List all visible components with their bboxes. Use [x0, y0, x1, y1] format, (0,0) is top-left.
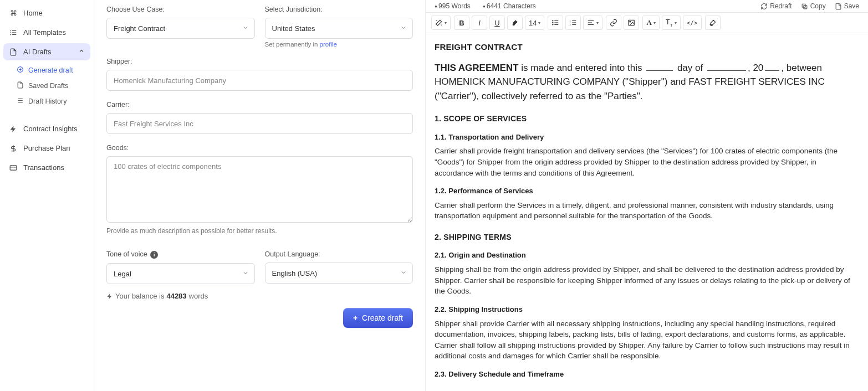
jurisdiction-label: Select Jurisdiction:: [265, 6, 413, 13]
align-button[interactable]: ▾: [583, 16, 603, 30]
section-1-2-body: Carrier shall perform the Services in a …: [435, 200, 851, 222]
chevron-down-icon: [400, 24, 407, 32]
italic-button[interactable]: I: [472, 16, 487, 30]
svg-point-17: [553, 20, 553, 21]
underline-button[interactable]: U: [489, 16, 505, 30]
jurisdiction-select[interactable]: United States: [265, 18, 413, 39]
use-case-select[interactable]: Freight Contract: [106, 18, 255, 39]
copy-button[interactable]: Copy: [801, 2, 826, 10]
section-1-2-heading: 1.2. Performance of Services: [435, 186, 851, 197]
agreement-intro: THIS AGREEMENT is made and entered into …: [435, 61, 851, 104]
clear-format-button[interactable]: [705, 16, 721, 30]
section-2-3-heading: 2.3. Delivery Schedule and Timeframe: [435, 369, 851, 380]
plus-icon: +: [353, 313, 358, 322]
shipper-input[interactable]: [106, 70, 413, 91]
highlight-icon: [511, 19, 519, 27]
history-icon: [17, 97, 24, 106]
char-count: 6441 Characters: [483, 2, 536, 10]
shipper-label: Shipper:: [106, 58, 413, 65]
carrier-input[interactable]: [106, 113, 413, 134]
eraser-icon: [709, 19, 717, 27]
code-icon: </>: [687, 19, 698, 27]
copy-icon: [801, 3, 808, 10]
tone-label: Tone of voice i: [106, 250, 255, 259]
goods-textarea[interactable]: 100 crates of electric components: [106, 156, 413, 223]
document-editor[interactable]: FREIGHT CONTRACT THIS AGREEMENT is made …: [426, 33, 868, 391]
link-icon: [610, 19, 617, 27]
nav-contract-insights[interactable]: Contract Insights: [3, 120, 90, 137]
svg-point-19: [553, 24, 553, 25]
nav-ai-drafts[interactable]: AI Drafts: [3, 43, 90, 60]
nav-contract-insights-label: Contract Insights: [23, 125, 78, 133]
align-icon: [587, 19, 595, 27]
lang-value: English (USA): [272, 269, 318, 277]
svg-point-33: [630, 21, 631, 22]
ul-button[interactable]: [548, 16, 563, 30]
svg-rect-13: [10, 165, 17, 169]
tone-select[interactable]: Legal: [106, 263, 255, 284]
image-button[interactable]: [624, 16, 639, 30]
jurisdiction-hint: Set permanently in profile: [265, 41, 413, 48]
create-draft-button[interactable]: + Create draft: [343, 308, 413, 328]
chevron-down-icon: [242, 270, 249, 277]
bolt-icon: [106, 293, 113, 300]
magic-wand-icon: [435, 19, 443, 27]
nav-draft-history[interactable]: Draft History: [11, 94, 90, 109]
jurisdiction-value: United States: [272, 24, 315, 33]
nav-purchase-plan[interactable]: Purchase Plan: [3, 140, 90, 157]
font-size-select[interactable]: 14▾: [525, 16, 544, 30]
nav-transactions-label: Transactions: [23, 163, 64, 172]
section-2-2-body: Shipper shall provide Carrier with all n…: [435, 318, 851, 362]
lang-select[interactable]: English (USA): [265, 263, 413, 284]
refresh-icon: [760, 3, 768, 10]
code-button[interactable]: </>: [683, 16, 702, 30]
editor-toolbar: ▾ B I U 14▾ 123 ▾: [426, 12, 868, 33]
bolt-icon: [9, 125, 18, 133]
form-panel: Choose Use Case: Freight Contract Select…: [94, 0, 426, 391]
redraft-button[interactable]: Redraft: [760, 2, 792, 10]
svg-text:3: 3: [570, 24, 571, 26]
dollar-icon: [9, 145, 18, 152]
ol-button[interactable]: 123: [565, 16, 581, 30]
nav-purchase-plan-label: Purchase Plan: [23, 144, 70, 152]
command-icon: ⌘: [9, 9, 18, 17]
chevron-down-icon: [242, 24, 249, 32]
chevron-down-icon: ▾: [653, 20, 656, 25]
profile-link[interactable]: profile: [320, 41, 337, 48]
section-1-1-heading: 1.1. Transportation and Delivery: [435, 132, 851, 143]
nav-all-templates[interactable]: All Templates: [3, 24, 90, 41]
save-button[interactable]: Save: [835, 2, 859, 10]
editor-header: 995 Words 6441 Characters Redraft Copy S…: [426, 0, 868, 12]
highlight-button[interactable]: [507, 16, 523, 30]
heading-button[interactable]: TT▾: [662, 16, 681, 30]
section-2-2-heading: 2.2. Shipping Instructions: [435, 305, 851, 315]
font-family-button[interactable]: A▾: [642, 16, 659, 30]
section-2-heading: 2. SHIPPING TERMS: [435, 231, 851, 243]
lang-label: Output Language:: [265, 250, 413, 258]
nav-generate-draft[interactable]: Generate draft: [11, 63, 90, 78]
link-button[interactable]: [606, 16, 621, 30]
svg-point-4: [11, 32, 11, 33]
carrier-label: Carrier:: [106, 101, 413, 109]
bold-button[interactable]: B: [454, 16, 469, 30]
word-count: 995 Words: [435, 2, 471, 10]
heading-icon: TT: [666, 18, 673, 28]
use-case-value: Freight Contract: [114, 24, 165, 33]
sidebar: ⌘ Home All Templates AI Drafts Generate …: [0, 0, 94, 391]
chevron-down-icon: ▾: [538, 20, 540, 25]
nav-home[interactable]: ⌘ Home: [3, 4, 90, 22]
nav-all-templates-label: All Templates: [23, 28, 66, 37]
svg-point-18: [553, 22, 553, 23]
section-2-1-body: Shipping shall be from the origin addres…: [435, 264, 851, 297]
nav-generate-draft-label: Generate draft: [28, 66, 73, 74]
nav-transactions[interactable]: Transactions: [3, 159, 90, 176]
nav-saved-drafts[interactable]: Saved Drafts: [11, 78, 90, 94]
magic-button[interactable]: ▾: [431, 16, 451, 30]
nav-home-label: Home: [23, 9, 43, 17]
list-ol-icon: 123: [569, 19, 577, 27]
card-icon: [9, 164, 18, 172]
editor-panel: 995 Words 6441 Characters Redraft Copy S…: [426, 0, 868, 391]
underline-icon: U: [494, 19, 499, 27]
create-draft-label: Create draft: [362, 313, 403, 322]
doc-title: FREIGHT CONTRACT: [435, 41, 851, 53]
